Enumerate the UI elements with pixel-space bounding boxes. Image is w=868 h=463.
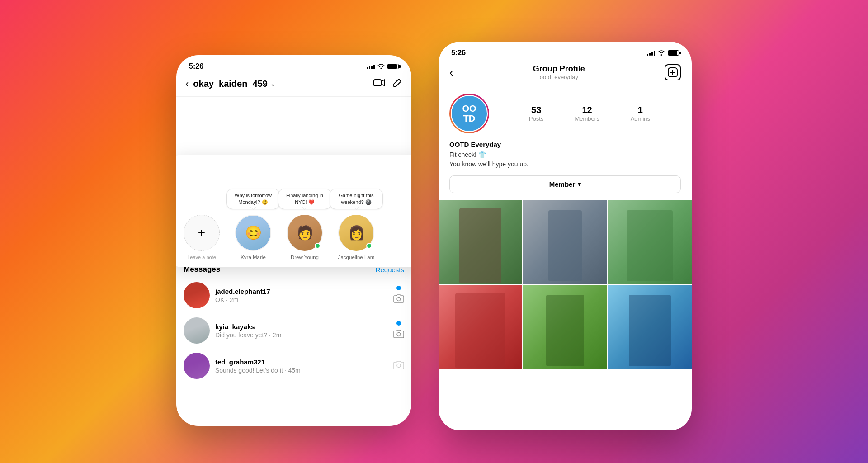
grid-photo-5[interactable] [523,285,607,369]
grid-photo-4[interactable] [439,285,522,369]
svg-point-3 [397,333,401,336]
msg-content-1: jaded.elephant17 OK · 2m [215,288,388,303]
chevron-down-member-icon: ▾ [578,181,581,188]
time-right: 5:26 [451,49,466,57]
grid-photo-3[interactable] [608,200,692,284]
msg-right-3 [393,360,404,371]
dm-header-left[interactable]: ‹ okay_kaiden_459 ⌄ [185,78,275,90]
drew-bubble: Finally landing in NYC! ❤️ [278,189,331,209]
photo-grid [439,200,692,369]
my-note-label: Leave a note [187,255,216,260]
messages-container: Messages Requests jaded.elephant17 OK · … [176,260,411,383]
member-button[interactable]: Member ▾ [449,175,681,193]
battery-icon [387,64,399,69]
drew-online-dot [315,243,321,249]
msg-preview-2: Did you leave yet? · 2m [215,331,388,339]
kyra-name: Kyra Marie [241,255,266,260]
msg-content-3: ted_graham321 Sounds good! Let's do it ·… [215,358,388,374]
unread-dot-2 [396,321,401,326]
chevron-down-icon[interactable]: ⌄ [270,80,275,87]
jacqueline-bubble: Game night this weekend? 🎱 [330,189,383,209]
stat-posts-number: 53 [529,105,544,115]
svg-point-4 [397,364,401,368]
group-desc-line1: Fit check! 👕 [449,150,681,160]
msg-avatar-3 [184,353,210,379]
time-left: 5:26 [189,62,203,71]
msg-content-2: kyia_kayaks Did you leave yet? · 2m [215,323,388,339]
battery-icon-right [668,50,679,56]
video-call-icon[interactable] [373,79,385,89]
message-item-3[interactable]: ted_graham321 Sounds good! Let's do it ·… [184,348,404,383]
notes-row: + Leave a note Why is tomorrow Monday!? … [179,164,411,260]
status-icons-left [367,64,399,69]
unread-dot-1 [396,286,401,290]
signal-icon [367,64,375,69]
drew-name: Drew Young [291,255,319,260]
dm-username[interactable]: okay_kaiden_459 [193,79,268,89]
dm-header-actions [373,78,402,90]
group-stats: 53 Posts 12 Members 1 Admins [498,105,681,122]
msg-username-3: ted_graham321 [215,358,388,366]
phone-left: 5:26 ‹ okay_kaiden_459 ⌄ [176,55,411,426]
msg-username-2: kyia_kayaks [215,323,388,331]
stat-members-number: 12 [575,105,599,115]
wifi-icon-right [658,50,665,56]
msg-avatar-1 [184,282,210,308]
group-avatar: OOTD [449,94,489,133]
stat-divider-2 [615,105,615,122]
svg-rect-1 [374,80,381,86]
group-title-wrap: Group Profile ootd_everyday [453,64,665,80]
svg-point-0 [381,68,382,69]
group-name: OOTD Everyday [449,141,681,148]
grid-photo-6[interactable] [608,285,692,369]
messages-section: Messages Requests jaded.elephant17 OK · … [176,260,411,383]
status-bar-left: 5:26 [176,55,411,74]
phone-right: 5:26 ‹ Group Profile ootd_everyday [439,42,692,430]
group-subtitle: ootd_everyday [453,74,665,80]
my-note[interactable]: + Leave a note [179,215,224,260]
add-note-icon[interactable]: + [198,226,205,240]
group-profile-top: OOTD 53 Posts 12 Members 1 Admins [439,86,692,141]
msg-right-2 [393,321,404,340]
grid-photo-2[interactable] [523,200,607,284]
group-avatar-inner: OOTD [451,95,488,132]
camera-icon-1[interactable] [393,294,404,305]
note-drew[interactable]: Finally landing in NYC! ❤️ 🧑 Drew Young [282,189,327,260]
stat-admins-label: Admins [631,115,650,122]
status-bar-right: 5:26 [439,42,692,61]
stat-admins-number: 1 [631,105,650,115]
stat-members-label: Members [575,115,599,122]
back-button[interactable]: ‹ [185,78,189,90]
wifi-icon [377,64,385,69]
add-group-button[interactable] [665,64,681,80]
stat-members: 12 Members [575,105,599,122]
stat-divider-1 [559,105,559,122]
note-kyra[interactable]: Why is tomorrow Monday!? 😩 😊 Kyra Marie [231,189,276,260]
camera-icon-2[interactable] [393,329,404,340]
status-icons-right [647,50,679,56]
message-item-1[interactable]: jaded.elephant17 OK · 2m [184,278,404,313]
group-avatar-text: OOTD [462,104,476,123]
svg-point-2 [397,298,401,301]
compose-icon[interactable] [392,78,402,90]
msg-preview-3: Sounds good! Let's do it · 45m [215,367,388,374]
msg-avatar-2 [184,317,210,344]
msg-preview-1: OK · 2m [215,296,388,303]
camera-icon-3[interactable] [393,360,404,371]
jacqueline-name: Jacqueline Lam [338,255,375,260]
member-label: Member [549,180,576,188]
stat-posts-label: Posts [529,115,544,122]
message-item-2[interactable]: kyia_kayaks Did you leave yet? · 2m [184,313,404,348]
group-header: ‹ Group Profile ootd_everyday [439,61,692,86]
kyra-bubble: Why is tomorrow Monday!? 😩 [226,189,280,209]
grid-photo-1[interactable] [439,200,522,284]
group-title: Group Profile [453,64,665,74]
notes-card: + Leave a note Why is tomorrow Monday!? … [176,155,411,267]
group-desc-line2: You know we'll hype you up. [449,160,681,169]
svg-point-5 [661,54,662,56]
back-button-right[interactable]: ‹ [449,66,453,80]
msg-username-1: jaded.elephant17 [215,288,388,295]
note-jacqueline[interactable]: Game night this weekend? 🎱 👩 Jacqueline … [334,189,379,260]
stat-posts: 53 Posts [529,105,544,122]
dm-header: ‹ okay_kaiden_459 ⌄ [176,74,411,97]
